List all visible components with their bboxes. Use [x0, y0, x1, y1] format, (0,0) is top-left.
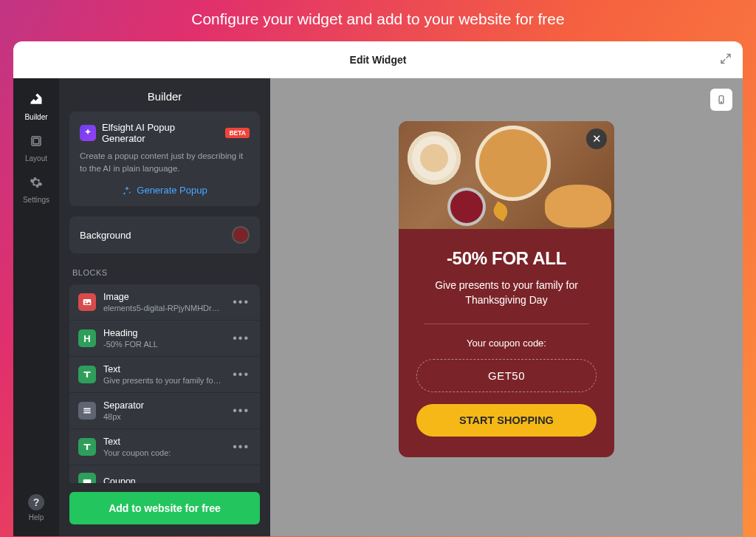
popup-coupon-code[interactable]: GET50: [416, 359, 597, 392]
rail-builder[interactable]: Builder: [18, 89, 54, 124]
block-name: Text: [103, 364, 224, 374]
background-swatch[interactable]: [232, 226, 250, 244]
block-sub: Your coupon code:: [103, 448, 224, 457]
rail-settings[interactable]: Settings: [18, 173, 54, 207]
svg-rect-1: [33, 138, 39, 144]
preview-canvas: ✕ -50% FOR ALL Give presents to your fam…: [270, 78, 743, 536]
separator-icon: [78, 402, 96, 420]
popup-image: [399, 121, 614, 229]
ai-cta-label: Generate Popup: [137, 185, 207, 196]
block-name: Image: [103, 292, 224, 302]
rail-help[interactable]: ? Help: [18, 491, 54, 524]
layout-icon: [30, 134, 43, 151]
builder-icon: [29, 92, 44, 110]
block-heading[interactable]: H Heading -50% FOR ALL •••: [69, 321, 260, 357]
block-coupon[interactable]: Coupon: [69, 465, 260, 483]
help-icon: ?: [28, 494, 44, 510]
app-body: Builder Layout Settings ? Help Builder: [13, 78, 743, 536]
popup-subheading: Give presents to your family for Thanksg…: [415, 278, 598, 307]
popup-preview: ✕ -50% FOR ALL Give presents to your fam…: [399, 121, 614, 457]
block-more-icon[interactable]: •••: [231, 368, 251, 381]
gear-icon: [30, 176, 43, 193]
popup-code-label: Your coupon code:: [415, 338, 598, 349]
block-more-icon[interactable]: •••: [231, 295, 251, 309]
text-icon: [78, 438, 96, 456]
builder-panel: Builder Elfsight AI Popup Generator BETA…: [59, 78, 270, 536]
panel-footer: Add to website for free: [59, 483, 270, 536]
block-separator[interactable]: Separator 48px •••: [69, 393, 260, 429]
mobile-preview-button[interactable]: [710, 89, 732, 111]
nav-rail: Builder Layout Settings ? Help: [13, 78, 59, 536]
svg-point-9: [721, 102, 721, 103]
svg-rect-6: [83, 412, 90, 414]
rail-label: Layout: [25, 154, 47, 163]
app-window: Edit Widget Builder Layout: [13, 41, 743, 536]
background-row[interactable]: Background: [69, 216, 260, 253]
svg-point-3: [85, 301, 86, 302]
coupon-icon: [78, 473, 96, 483]
rail-label: Settings: [23, 196, 49, 204]
block-text-1[interactable]: Text Give presents to your family fo… ••…: [69, 357, 260, 393]
image-icon: [78, 293, 96, 311]
block-text-2[interactable]: Text Your coupon code: •••: [69, 429, 260, 465]
block-sub: -50% FOR ALL: [103, 340, 224, 349]
blocks-section-label: BLOCKS: [72, 268, 260, 277]
ai-desc: Create a popup content just by describin…: [80, 150, 250, 174]
rail-label: Help: [29, 513, 44, 521]
panel-scroll[interactable]: Elfsight AI Popup Generator BETA Create …: [59, 112, 270, 483]
block-more-icon[interactable]: •••: [231, 404, 251, 417]
svg-rect-5: [83, 411, 90, 411]
page-hero-text: Configure your widget and add to your we…: [0, 0, 756, 41]
app-title: Edit Widget: [350, 54, 407, 66]
text-icon: [78, 366, 96, 383]
rail-layout[interactable]: Layout: [18, 131, 54, 165]
block-more-icon[interactable]: •••: [231, 440, 251, 454]
ai-generator-card: Elfsight AI Popup Generator BETA Create …: [69, 112, 260, 206]
svg-rect-4: [83, 408, 90, 410]
block-name: Heading: [103, 328, 224, 338]
start-shopping-button[interactable]: START SHOPPING: [416, 404, 597, 437]
beta-badge: BETA: [225, 128, 250, 138]
block-more-icon[interactable]: •••: [231, 332, 251, 345]
expand-icon[interactable]: [719, 52, 732, 67]
block-name: Text: [103, 437, 224, 447]
app-header: Edit Widget: [13, 41, 743, 78]
ai-title: Elfsight AI Popup Generator: [102, 122, 219, 144]
block-name: Separator: [103, 400, 224, 411]
ai-logo-icon: [80, 125, 96, 141]
blocks-list: Image elements5-digital-RPjyNMHDrF… ••• …: [69, 284, 260, 483]
panel-title: Builder: [59, 78, 270, 112]
rail-label: Builder: [24, 113, 47, 121]
add-to-website-button[interactable]: Add to website for free: [69, 492, 260, 524]
close-icon[interactable]: ✕: [586, 129, 607, 149]
heading-icon: H: [78, 329, 96, 347]
block-sub: 48px: [103, 412, 224, 421]
background-label: Background: [80, 230, 131, 241]
block-sub: Give presents to your family fo…: [103, 376, 224, 385]
block-image[interactable]: Image elements5-digital-RPjyNMHDrF… •••: [69, 284, 260, 321]
block-name: Coupon: [103, 476, 251, 483]
popup-separator: [424, 324, 589, 324]
block-sub: elements5-digital-RPjyNMHDrF…: [103, 304, 224, 312]
popup-heading: -50% FOR ALL: [415, 248, 598, 269]
generate-popup-button[interactable]: Generate Popup: [80, 185, 250, 196]
